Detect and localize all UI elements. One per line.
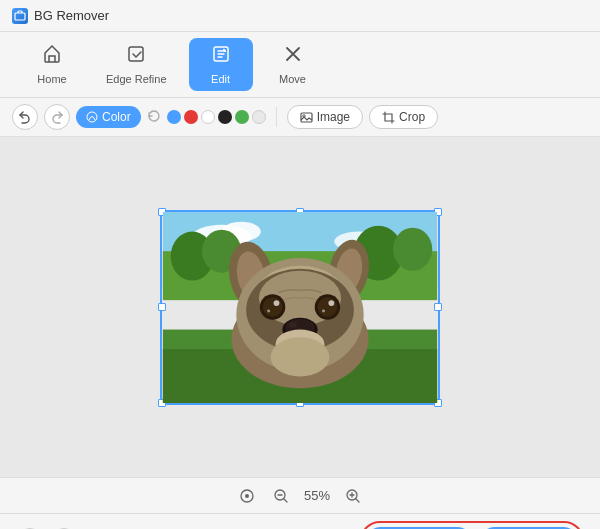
- app-title: BG Remover: [34, 8, 109, 23]
- nav-edge-refine-label: Edge Refine: [106, 73, 167, 85]
- color-button[interactable]: Color: [76, 106, 141, 128]
- redo-button[interactable]: [44, 104, 70, 130]
- color-label: Color: [102, 110, 131, 124]
- color-dot-light[interactable]: [252, 110, 266, 124]
- home-icon: [42, 44, 62, 69]
- zoom-reset-button[interactable]: [236, 485, 258, 507]
- nav-edge-refine[interactable]: Edge Refine: [92, 38, 181, 91]
- zoom-in-button[interactable]: [342, 485, 364, 507]
- svg-point-38: [271, 337, 330, 376]
- nav-toolbar: Home Edge Refine Edit Move: [0, 32, 600, 98]
- status-bar: 55%: [0, 477, 600, 513]
- action-buttons: New Image Download: [360, 521, 584, 529]
- nav-home-label: Home: [37, 73, 66, 85]
- svg-point-30: [274, 300, 280, 306]
- move-icon: [283, 44, 303, 69]
- image-frame[interactable]: [160, 210, 440, 405]
- image-button[interactable]: Image: [287, 105, 363, 129]
- zoom-out-button[interactable]: [270, 485, 292, 507]
- svg-point-31: [328, 300, 334, 306]
- color-dot-blue[interactable]: [167, 110, 181, 124]
- image-container: [160, 210, 440, 405]
- svg-rect-0: [15, 13, 25, 20]
- app-icon: [12, 8, 28, 24]
- nav-home[interactable]: Home: [20, 38, 84, 91]
- nav-move[interactable]: Move: [261, 38, 325, 91]
- nav-edit-label: Edit: [211, 73, 230, 85]
- canvas-area: [0, 137, 600, 477]
- refresh-icon[interactable]: [147, 109, 161, 126]
- nav-move-label: Move: [279, 73, 306, 85]
- color-dot-red[interactable]: [184, 110, 198, 124]
- svg-point-28: [263, 297, 283, 317]
- toolbar-divider: [276, 107, 277, 127]
- color-dot-black[interactable]: [218, 110, 232, 124]
- color-dot-white[interactable]: [201, 110, 215, 124]
- edit-icon: [211, 44, 231, 69]
- svg-point-14: [393, 227, 432, 270]
- svg-point-36: [289, 321, 297, 327]
- nav-edit[interactable]: Edit: [189, 38, 253, 91]
- edge-refine-icon: [126, 44, 146, 69]
- edit-toolbar: Color Image Crop: [0, 98, 600, 137]
- svg-rect-4: [301, 113, 312, 122]
- color-palette: [167, 110, 266, 124]
- crop-button[interactable]: Crop: [369, 105, 438, 129]
- title-bar: BG Remover: [0, 0, 600, 32]
- svg-point-32: [267, 309, 270, 312]
- crop-label: Crop: [399, 110, 425, 124]
- svg-point-40: [245, 494, 249, 498]
- bottom-bar: New Image Download: [0, 513, 600, 529]
- undo-button[interactable]: [12, 104, 38, 130]
- svg-rect-1: [129, 47, 143, 61]
- svg-point-29: [318, 297, 338, 317]
- zoom-percentage: 55%: [304, 488, 330, 503]
- image-label: Image: [317, 110, 350, 124]
- dog-image: [162, 212, 438, 403]
- svg-point-33: [322, 309, 325, 312]
- color-dot-green[interactable]: [235, 110, 249, 124]
